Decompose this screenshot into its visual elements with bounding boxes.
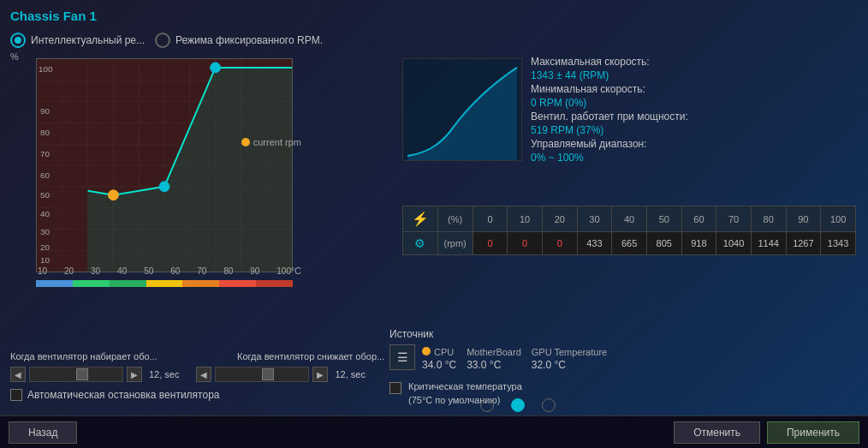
bolt-cell: ⚡: [403, 206, 438, 232]
rpm-50: 805: [646, 232, 681, 255]
col-10: 10: [508, 206, 543, 232]
svg-text:100: 100: [39, 64, 53, 74]
radio-fixed-label: Режима фиксированного RPM.: [175, 34, 323, 46]
ramp-down-left-arrow[interactable]: ◀: [196, 367, 211, 382]
rpm-70: 1040: [716, 232, 752, 255]
slider-row: ◀ ▶ 12, sec ◀ ▶ 12, sec: [10, 367, 395, 382]
svg-point-35: [212, 64, 219, 71]
ramp-up-thumb[interactable]: [76, 368, 88, 380]
ramp-up-value: 12, sec: [149, 369, 179, 379]
rpm-30: 433: [577, 232, 612, 255]
rpm-10: 0: [508, 232, 543, 255]
col-100: 100: [821, 206, 856, 232]
svg-text:40: 40: [40, 209, 51, 218]
col-80: 80: [751, 206, 786, 232]
ramp-up-left-arrow[interactable]: ◀: [10, 367, 26, 382]
col-20: 20: [542, 206, 577, 232]
page-title: Chassis Fan 1: [10, 9, 97, 23]
mb-label: MotherBoard: [467, 347, 521, 357]
critical-line1: Критическая температура: [408, 380, 522, 393]
action-buttons: Отменить Применить: [674, 421, 859, 444]
fan-icon-cell: ⚙: [403, 232, 438, 255]
radio-circle-fixed[interactable]: [155, 33, 170, 48]
page-dot-2[interactable]: [511, 398, 525, 412]
radio-fixed[interactable]: Режима фиксированного RPM.: [155, 33, 323, 48]
radio-row: Интеллектуальный ре... Режима фиксирован…: [10, 33, 323, 48]
bottom-bar: Назад Отменить Применить: [0, 415, 868, 448]
mb-temp-item: MotherBoard 33.0 °C: [467, 347, 521, 371]
col-90: 90: [786, 206, 821, 232]
back-button[interactable]: Назад: [9, 421, 77, 444]
page-dot-1[interactable]: [480, 398, 494, 412]
min-speed-value: 0 RPM (0%): [531, 97, 856, 109]
fan-icon: ⚙: [414, 236, 425, 250]
ramp-up-track[interactable]: [29, 367, 123, 382]
col-40: 40: [612, 206, 647, 232]
ramp-down-thumb[interactable]: [262, 368, 274, 380]
rpm-80: 1144: [751, 232, 786, 255]
rpm-60: 918: [681, 232, 716, 255]
working-label: Вентил. работает при мощности:: [531, 111, 856, 122]
gpu-temp: 32.0 °C: [532, 359, 566, 371]
chart-y-label: %: [10, 51, 19, 62]
svg-text:90: 90: [40, 106, 51, 116]
ramp-labels: Когда вентилятор набирает обо... Когда в…: [10, 351, 395, 361]
rpm-0: 0: [473, 232, 508, 255]
radio-circle-intelligent[interactable]: [10, 33, 26, 48]
cpu-label: CPU: [422, 347, 454, 357]
percent-label-cell: (%): [437, 206, 473, 232]
source-list-icon[interactable]: ☰: [389, 344, 415, 370]
max-speed-label: Максимальная скорость:: [531, 56, 856, 68]
radio-intelligent[interactable]: Интеллектуальный ре...: [10, 33, 145, 48]
fan-chart: % 100 90 80 70: [10, 51, 301, 291]
svg-text:20: 20: [40, 242, 51, 252]
svg-text:60: 60: [40, 170, 51, 180]
table-header-row: ⚡ (%) 0 10 20 30 40 50 60 70 80 90 100: [403, 206, 856, 232]
cpu-temp: 34.0 °C: [422, 359, 456, 371]
col-0: 0: [473, 206, 508, 232]
stop-checkbox[interactable]: [10, 389, 22, 401]
apply-button[interactable]: Применить: [767, 421, 859, 444]
cpu-dot: [422, 347, 431, 355]
chart-area[interactable]: 100 90 80 70 60 50 40 30 20 10: [36, 58, 293, 272]
ramp-down-label: Когда вентилятор снижает обор...: [237, 351, 395, 361]
chart-celsius: °C: [291, 266, 301, 276]
source-row: ☰ CPU 34.0 °C MotherBoard 33.0 °C GPU Te…: [389, 343, 646, 371]
ramp-up-right-arrow[interactable]: ▶: [127, 367, 142, 382]
svg-text:70: 70: [40, 149, 51, 158]
mb-temp: 33.0 °C: [467, 359, 501, 371]
rpm-40: 665: [612, 232, 647, 255]
cancel-button[interactable]: Отменить: [674, 421, 760, 444]
source-section: Источник ☰ CPU 34.0 °C MotherBoard 33.0 …: [389, 328, 646, 371]
working-value: 519 RPM (37%): [531, 124, 856, 136]
mini-chart: [402, 58, 522, 161]
rpm-100: 1343: [821, 232, 856, 255]
critical-checkbox[interactable]: [389, 382, 401, 394]
svg-text:80: 80: [40, 128, 51, 137]
rpm-20: 0: [542, 232, 577, 255]
page-dot-3[interactable]: [542, 398, 556, 412]
col-60: 60: [681, 206, 716, 232]
col-70: 70: [716, 206, 752, 232]
info-panel: Максимальная скорость: 1343 ± 44 (RPM) М…: [531, 56, 856, 165]
stop-checkbox-row: Автоматическая остановка вентилятора: [10, 389, 395, 401]
chart-x-labels: 102030405060708090100: [36, 266, 293, 276]
bolt-icon: ⚡: [412, 212, 429, 226]
min-speed-label: Минимальная скорость:: [531, 83, 856, 95]
gpu-temp-item: GPU Temperature 32.0 °C: [532, 347, 607, 371]
page-dots: [389, 398, 646, 412]
svg-text:50: 50: [40, 190, 51, 200]
col-30: 30: [577, 206, 612, 232]
range-label: Управляемый диапазон:: [531, 138, 856, 150]
svg-point-31: [110, 192, 116, 199]
legend-dot: [241, 138, 250, 146]
ramp-down-track[interactable]: [215, 367, 309, 382]
svg-text:30: 30: [40, 227, 51, 236]
svg-point-33: [161, 183, 168, 190]
ramp-up-label: Когда вентилятор набирает обо...: [10, 351, 169, 361]
legend-label: current rpm: [253, 137, 301, 147]
ramp-down-slider-group: ◀ ▶ 12, sec: [196, 367, 365, 382]
bottom-controls: Когда вентилятор набирает обо... Когда в…: [10, 351, 395, 401]
ramp-down-right-arrow[interactable]: ▶: [312, 367, 328, 382]
rpm-90: 1267: [786, 232, 821, 255]
